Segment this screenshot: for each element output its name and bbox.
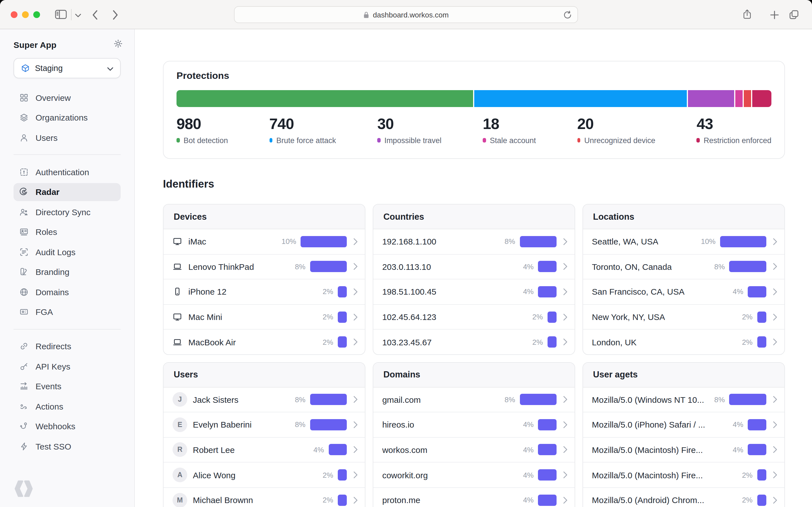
table-row[interactable]: J Jack Sisters 8% [163,387,365,412]
row-label: iPhone 12 [188,287,226,297]
chevron-right-icon [353,238,358,245]
table-row[interactable]: proton.me 4% [373,487,575,507]
phone-icon [172,287,182,297]
row-bar [548,336,557,348]
url-text: dashboard.workos.com [373,10,449,19]
table-row[interactable]: A Alice Wong 2% [163,462,365,487]
domains-icon [19,287,29,297]
table-row[interactable]: E Evelyn Baberini 8% [163,412,365,437]
tab-overview-icon[interactable] [788,9,800,20]
address-bar[interactable]: dashboard.workos.com [234,6,578,23]
stat-label: Bot detection [184,136,228,145]
table-row[interactable]: R Robert Lee 4% [163,437,365,462]
table-row[interactable]: MacBook Air 2% [163,329,365,354]
row-percent: 2% [322,338,333,346]
row-label: Alice Wong [193,470,236,480]
card-title: Countries [384,212,424,222]
identifiers-grid: Devices iMac 10% Lenovo ThinkPad 8% iPho… [163,204,785,507]
sidebar: Super App Staging Overview Organizations… [0,29,135,507]
sidebar-item[interactable]: Redirects [13,337,121,355]
directory-sync-icon [19,207,29,217]
row-percent: 4% [733,446,744,454]
row-label: Jack Sisters [193,395,239,404]
table-row[interactable]: hireos.io 4% [373,412,575,437]
table-row[interactable]: 203.0.113.10 4% [373,254,575,279]
gear-icon[interactable] [113,39,123,51]
window-controls[interactable] [11,11,40,18]
sidebar-item[interactable]: Events [13,377,121,395]
table-row[interactable]: 102.45.64.123 2% [373,304,575,329]
sidebar-item[interactable]: Overview [13,89,121,107]
chevron-right-icon [563,313,568,321]
row-bar [310,419,347,431]
sidebar-item[interactable]: API Keys [13,357,121,375]
table-row[interactable]: London, UK 2% [583,329,784,354]
table-row[interactable]: Mozilla/5.0 (Macintosh) Fire... 2% [583,462,784,487]
row-bar [538,419,557,431]
zoom-window-icon[interactable] [33,11,40,18]
close-window-icon[interactable] [11,11,17,18]
row-bar [338,336,347,348]
row-percent: 4% [733,288,744,296]
share-icon[interactable] [742,8,752,20]
fga-icon [19,307,29,317]
chevron-right-icon [353,446,358,454]
sidebar-item[interactable]: FGA [13,303,121,321]
sidebar-item[interactable]: Actions [13,397,121,415]
row-percent: 2% [532,313,543,321]
sidebar-item[interactable]: Roles [13,223,121,241]
reload-icon[interactable] [563,10,572,22]
table-row[interactable]: 103.23.45.67 2% [373,329,575,354]
table-row[interactable]: New York, NY, USA 2% [583,304,784,329]
table-row[interactable]: Toronto, ON, Canada 8% [583,254,784,279]
chevron-right-icon [563,263,568,271]
table-row[interactable]: Lenovo ThinkPad 8% [163,254,365,279]
new-tab-icon[interactable] [770,10,779,20]
table-row[interactable]: Mozilla/5.0 (Android) Chrom... 2% [583,487,784,507]
chevron-right-icon [772,421,777,429]
row-percent: 4% [733,420,744,429]
chevron-right-icon [772,496,777,504]
sidebar-item[interactable]: Audit Logs [13,243,121,261]
sidebar-item[interactable]: Test SSO [13,437,121,455]
organizations-icon [19,113,29,122]
monitor-icon [172,312,182,322]
table-row[interactable]: gmail.com 8% [373,387,575,412]
table-row[interactable]: workos.com 4% [373,437,575,462]
sidebar-item[interactable]: Domains [13,283,121,301]
browser-toolbar: dashboard.workos.com [0,0,812,29]
table-row[interactable]: iMac 10% [163,229,365,254]
sidebar-toggle-icon[interactable] [55,9,67,20]
forward-icon[interactable] [112,10,118,20]
app-title: Super App [13,40,56,50]
table-row[interactable]: Seattle, WA, USA 10% [583,229,784,254]
sidebar-item[interactable]: Branding [13,263,121,281]
row-label: 198.51.100.45 [382,287,437,297]
table-row[interactable]: Mac Mini 2% [163,304,365,329]
sidebar-item[interactable]: Users [13,128,121,147]
sidebar-item[interactable]: Radar [13,183,121,201]
table-row[interactable]: M Michael Brownn 2% [163,487,365,507]
table-row[interactable]: San Francisco, CA, USA 4% [583,279,784,304]
sidebar-chevron-down-icon[interactable] [75,13,81,17]
table-row[interactable]: coworkit.org 4% [373,462,575,487]
sidebar-item[interactable]: Webhooks [13,417,121,435]
back-icon[interactable] [92,10,98,20]
table-row[interactable]: iPhone 12 2% [163,279,365,304]
environment-select[interactable]: Staging [13,58,121,78]
minimize-window-icon[interactable] [22,11,29,18]
table-row[interactable]: Mozilla/5.0 (Macintosh) Fire... 4% [583,437,784,462]
toolbar-divider [71,9,71,20]
chevron-right-icon [772,338,777,346]
sidebar-item[interactable]: Organizations [13,108,121,126]
sidebar-item[interactable]: Authentication [13,163,121,181]
table-row[interactable]: 198.51.100.45 4% [373,279,575,304]
table-row[interactable]: 192.168.1.100 8% [373,229,575,254]
row-bar [538,469,557,481]
laptop-icon [172,337,182,347]
table-row[interactable]: Mozilla/5.0 (Windows NT 10... 8% [583,387,784,412]
sidebar-item-label: Test SSO [36,441,71,451]
chevron-down-icon [107,63,113,73]
sidebar-item[interactable]: Directory Sync [13,203,121,221]
table-row[interactable]: Mozilla/5.0 (iPhone) Safari / ... 4% [583,412,784,437]
